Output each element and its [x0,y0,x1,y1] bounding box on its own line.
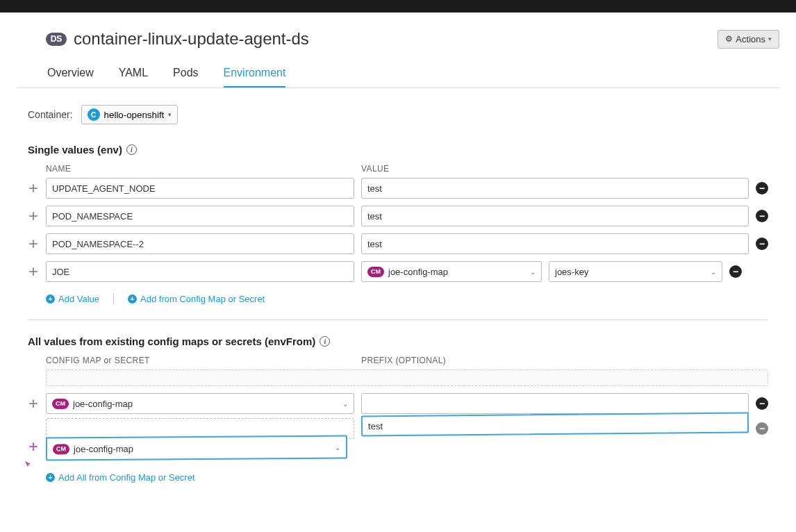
plus-icon: + [128,294,137,304]
envfrom-prefix-input[interactable] [361,413,749,437]
info-icon[interactable]: i [126,144,137,155]
envfrom-configmap-select[interactable]: CM joe-config-map ⌄ [46,393,354,414]
remove-row-button[interactable]: − [756,422,768,435]
envfrom-col-prefix: PREFIX (OPTIONAL) [361,356,768,365]
configmap-key: joes-key [555,267,588,277]
chevron-down-icon: ⌄ [711,268,716,276]
configmap-badge-icon: CM [53,444,69,454]
env-value-input[interactable] [361,233,749,254]
container-label: Container: [28,109,73,120]
chevron-down-icon: ▾ [168,111,172,118]
drag-handle-icon[interactable] [28,239,39,249]
add-all-from-cm-button[interactable]: + Add All from Config Map or Secret [46,472,195,483]
configmap-name: joe-config-map [74,443,133,454]
envfrom-configmap-select-dragging[interactable]: CM joe-config-map ⌄ [46,435,347,460]
env-row: − [28,206,768,226]
drag-handle-icon[interactable] [28,211,39,221]
chevron-down-icon: ⌄ [530,268,536,276]
drag-handle-icon[interactable] [28,399,39,408]
env-row: − [28,233,768,254]
remove-row-button[interactable]: − [756,238,768,250]
tab-environment[interactable]: Environment [224,61,286,88]
configmap-badge-icon: CM [52,399,69,409]
vertical-divider [113,293,114,304]
envfrom-row-dragging: CM joe-config-map ⌄ [28,435,768,458]
env-name-input[interactable] [46,178,354,199]
container-badge-icon: C [88,108,100,121]
add-value-button[interactable]: + Add Value [46,294,99,304]
actions-label: Actions [736,34,765,44]
tab-yaml[interactable]: YAML [119,61,148,88]
env-name-input[interactable] [46,206,354,226]
configmap-key-select[interactable]: joes-key ⌄ [549,261,722,282]
configmap-badge-icon: CM [367,267,384,277]
envfrom-section-title: All values from existing config maps or … [28,335,768,347]
remove-row-button[interactable]: − [756,397,768,410]
page-title: container-linux-update-agent-ds [74,29,309,49]
container-select[interactable]: C hello-openshift ▾ [81,105,179,124]
env-row: − [28,178,768,199]
chevron-down-icon: ⌄ [335,443,340,451]
env-value-input[interactable] [361,206,749,226]
remove-row-button[interactable]: − [756,182,768,194]
plus-icon: + [46,473,55,482]
tab-pods[interactable]: Pods [173,61,198,88]
window-topbar [0,0,796,13]
configmap-select[interactable]: CM joe-config-map ⌄ [361,261,542,282]
env-name-input[interactable] [46,233,354,254]
add-from-cm-button[interactable]: + Add from Config Map or Secret [128,294,265,304]
gear-icon: ⚙ [725,34,733,44]
container-selected-value: hello-openshift [104,110,165,120]
remove-row-button[interactable]: − [729,265,742,278]
env-section-title: Single values (env) i [28,144,768,156]
envfrom-row: CM joe-config-map ⌄ − [28,393,768,414]
actions-menu-button[interactable]: ⚙ Actions ▾ [718,30,779,49]
env-col-name: NAME [46,164,361,174]
section-divider [28,319,768,320]
daemonset-badge: DS [46,33,67,46]
remove-row-button[interactable]: − [756,210,768,222]
tab-overview[interactable]: Overview [47,61,94,88]
drag-handle-icon[interactable] [28,183,39,193]
env-value-input[interactable] [361,178,749,199]
configmap-name: joe-config-map [388,267,448,277]
env-col-value: VALUE [361,164,768,174]
page-header: DS container-linux-update-agent-ds ⚙ Act… [17,13,779,61]
drop-target-placeholder [46,369,768,386]
env-name-input[interactable] [46,261,354,282]
plus-icon: + [46,294,55,304]
env-rows: − − − [28,178,768,282]
drag-handle-icon[interactable] [28,267,39,276]
drag-handle-icon[interactable] [28,442,39,451]
chevron-down-icon: ⌄ [342,400,348,408]
tab-bar: Overview YAML Pods Environment [17,61,779,88]
envfrom-col-cm: CONFIG MAP or SECRET [46,356,361,365]
configmap-name: joe-config-map [73,399,133,409]
envfrom-prefix-input[interactable] [361,393,749,414]
chevron-down-icon: ▾ [768,35,772,42]
info-icon[interactable]: i [320,336,330,347]
env-row: CM joe-config-map ⌄ joes-key ⌄ − [28,261,768,282]
